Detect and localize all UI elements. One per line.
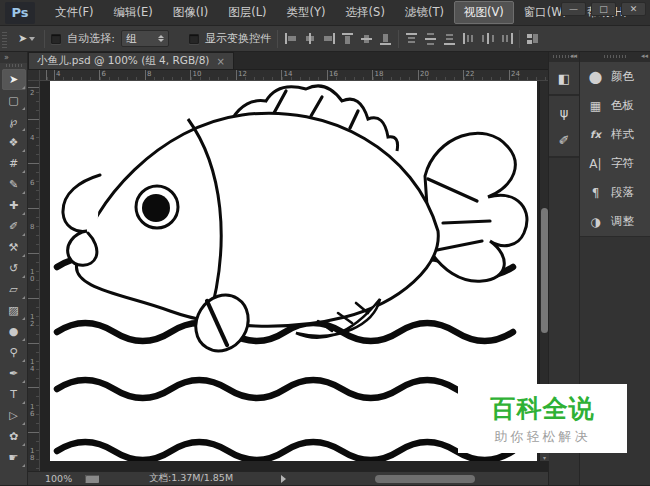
brush-panel-icon[interactable]: ✐ <box>552 128 576 152</box>
tool-eyedropper[interactable]: ✎ <box>2 174 26 195</box>
panel-label-styles: 样式 <box>611 127 634 142</box>
tool-blur[interactable]: ● <box>2 321 26 342</box>
minimize-button[interactable]: — <box>561 2 586 16</box>
close-button[interactable]: ✕ <box>621 2 646 16</box>
tool-options-bar: ➤ 自动选择: 组 显示变换控件 <box>0 26 650 52</box>
window-controls: — □ ✕ <box>561 2 646 16</box>
tool-healing-brush[interactable]: ✚ <box>2 195 26 216</box>
tab-close-icon[interactable]: × <box>216 56 224 67</box>
tool-dodge[interactable]: ⚲ <box>2 342 26 363</box>
auto-select-checkbox[interactable] <box>51 34 61 44</box>
distribute-center-v-icon[interactable] <box>424 32 437 45</box>
tool-flyout-corner-icon <box>22 149 25 152</box>
color-panel-icon: ⬤ <box>588 70 603 84</box>
menu-item-编辑[interactable]: 编辑(E) <box>104 1 163 24</box>
panel-button-color[interactable]: ⬤颜色 <box>580 62 650 91</box>
menu-item-图像[interactable]: 图像(I) <box>163 1 218 24</box>
document-tab[interactable]: 小鱼儿.psd @ 100% (组 4, RGB/8) × <box>28 52 234 69</box>
distribute-left-icon[interactable] <box>462 32 475 45</box>
maximize-button[interactable]: □ <box>591 2 616 16</box>
distribute-right-icon[interactable] <box>500 32 513 45</box>
tool-crop[interactable]: # <box>2 153 26 174</box>
distribute-bottom-icon[interactable] <box>443 32 456 45</box>
tool-eraser[interactable]: ▱ <box>2 279 26 300</box>
align-left-icon[interactable] <box>284 32 297 45</box>
panel-button-paragraph[interactable]: ¶段落 <box>580 178 650 207</box>
tool-flyout-corner-icon <box>22 359 25 362</box>
panel-button-styles[interactable]: fx样式 <box>580 120 650 149</box>
watermark-subtitle: 助你轻松解决 <box>495 428 591 446</box>
distribute-both-icon[interactable] <box>526 32 539 45</box>
scrollbar-corner-icon[interactable]: ▾ <box>540 452 549 461</box>
tool-hand[interactable]: ☛ <box>2 447 26 468</box>
document-size-info: 文档:1.37M/1.85M <box>149 472 233 485</box>
menu-item-视图[interactable]: 视图(V) <box>454 1 514 24</box>
menu-item-滤镜[interactable]: 滤镜(T) <box>395 1 454 24</box>
tool-brush[interactable]: ✐ <box>2 216 26 237</box>
panel-icon-group: ◧ <box>549 62 579 96</box>
tool-flyout-corner-icon <box>22 317 25 320</box>
menu-item-选择[interactable]: 选择(S) <box>336 1 395 24</box>
move-tool-icon: ➤ <box>18 32 27 45</box>
tool-flyout-corner-icon <box>22 191 25 194</box>
tool-quick-selection[interactable]: ❖ <box>2 132 26 153</box>
align-bottom-icon[interactable] <box>379 32 392 45</box>
distribute-top-icon[interactable] <box>405 32 418 45</box>
toolbox-grip[interactable] <box>6 64 22 67</box>
align-center-v-icon[interactable] <box>360 32 373 45</box>
current-tool-preset[interactable]: ➤ <box>15 31 38 46</box>
menu-item-图层[interactable]: 图层(L) <box>218 1 276 24</box>
menu-item-文件[interactable]: 文件(F) <box>45 1 104 24</box>
show-transform-checkbox[interactable] <box>189 34 199 44</box>
horizontal-ruler: 4681012141618202224 <box>40 70 548 81</box>
expand-panels-icon[interactable]: ◂◂ <box>570 52 577 60</box>
align-top-icon[interactable] <box>341 32 354 45</box>
tool-history-brush[interactable]: ↺ <box>2 258 26 279</box>
auto-select-dropdown[interactable]: 组 <box>121 30 169 47</box>
brush-presets-panel-icon[interactable]: ψ <box>552 100 576 124</box>
document-tab-bar: 小鱼儿.psd @ 100% (组 4, RGB/8) × <box>28 52 548 70</box>
tool-flyout-corner-icon <box>22 380 25 383</box>
tool-flyout-corner-icon <box>22 254 25 257</box>
status-bar: 100% 文档:1.37M/1.85M <box>28 471 548 485</box>
vertical-scrollbar-thumb[interactable] <box>541 208 548 333</box>
toolbox-collapse-button[interactable]: » <box>0 52 27 63</box>
menu-item-类型[interactable]: 类型(Y) <box>277 1 336 24</box>
expand-panels-icon[interactable]: ◂◂ <box>641 52 648 60</box>
toolbox: » ➤▢℘❖#✎✚✐⚒↺▱▨●⚲✒T▷✿☛ <box>0 52 28 485</box>
status-popup-arrow-icon[interactable] <box>281 475 286 483</box>
watermark-title: 百科全说 <box>491 392 595 425</box>
tool-flyout-corner-icon <box>22 464 25 467</box>
character-panel-icon: A| <box>588 157 603 171</box>
adjustments-panel-icon: ◑ <box>588 215 603 229</box>
properties-panel-icon[interactable]: ◧ <box>552 66 576 90</box>
tool-custom-shape[interactable]: ✿ <box>2 426 26 447</box>
tool-move[interactable]: ➤ <box>2 69 26 90</box>
distribute-center-h-icon[interactable] <box>481 32 494 45</box>
tool-flyout-corner-icon <box>22 128 25 131</box>
menu-bar: Ps 文件(F)编辑(E)图像(I)图层(L)类型(Y)选择(S)滤镜(T)视图… <box>0 0 650 26</box>
align-right-icon[interactable] <box>322 32 335 45</box>
panel-label-paragraph: 段落 <box>611 185 634 200</box>
tool-flyout-corner-icon <box>22 275 25 278</box>
tool-type[interactable]: T <box>2 384 26 405</box>
tool-lasso[interactable]: ℘ <box>2 111 26 132</box>
photoshop-logo: Ps <box>5 2 35 24</box>
tool-pen[interactable]: ✒ <box>2 363 26 384</box>
panel-button-adjustments[interactable]: ◑调整 <box>580 207 650 236</box>
panel-icon-group: ψ✐ <box>549 96 579 158</box>
ruler-corner <box>28 70 40 81</box>
tool-gradient[interactable]: ▨ <box>2 300 26 321</box>
zoom-level-field[interactable]: 100% <box>45 473 79 484</box>
tool-path-selection[interactable]: ▷ <box>2 405 26 426</box>
auto-select-value: 组 <box>126 32 137 46</box>
tool-flyout-corner-icon <box>22 212 25 215</box>
tool-clone-stamp[interactable]: ⚒ <box>2 237 26 258</box>
horizontal-scrollbar-thumb[interactable] <box>375 475 475 483</box>
panel-button-character[interactable]: A|字符 <box>580 149 650 178</box>
styles-panel-icon: fx <box>588 129 603 140</box>
options-bar-grip[interactable] <box>2 30 7 48</box>
panel-button-swatches[interactable]: ▦色板 <box>580 91 650 120</box>
tool-marquee[interactable]: ▢ <box>2 90 26 111</box>
align-center-h-icon[interactable] <box>303 32 316 45</box>
